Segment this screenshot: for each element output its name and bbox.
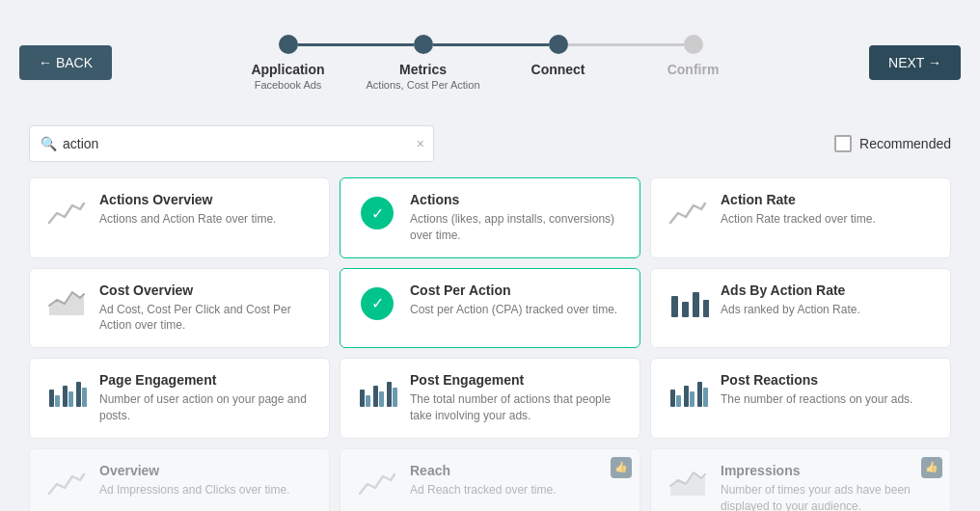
metric-icon-cost-overview [45,282,88,325]
svg-rect-10 [82,388,87,407]
metric-icon-page-engagement [45,372,88,415]
step-line-2 [433,43,549,46]
line-chart-icon [45,192,88,234]
svg-rect-6 [55,395,60,407]
metric-title-page-engagement: Page Engagement [99,372,313,388]
metric-icon-post-reactions [667,372,709,415]
metric-card-action-rate[interactable]: Action Rate Action Rate tracked over tim… [650,177,951,258]
next-button[interactable]: NEXT → [869,45,961,80]
metric-title-actions: Actions [410,192,624,207]
svg-rect-14 [379,391,384,407]
metric-info-ads-by-action-rate: Ads By Action Rate Ads ranked by Action … [721,282,935,318]
metric-desc-cost-per-action: Cost per Action (CPA) tracked over time. [410,302,624,318]
top-navigation: ← BACK Application Facebook Ads Metrics … [0,0,980,125]
svg-rect-21 [697,382,702,407]
step-title-metrics: Metrics [399,62,447,77]
step-circle-confirm [684,35,703,54]
svg-rect-18 [676,395,681,407]
svg-rect-17 [670,390,675,407]
step-label-application: Application Facebook Ads [221,62,356,91]
step-subtitle-metrics: Actions, Cost Per Action [367,79,480,91]
svg-marker-0 [49,292,84,315]
svg-rect-12 [366,395,370,407]
metric-info-actions: Actions Actions (likes, app installs, co… [410,192,624,244]
metric-desc-actions: Actions (likes, app installs, conversion… [410,211,624,244]
metric-desc-page-engagement: Number of user action on your page and p… [99,391,313,424]
step-circle-metrics [414,35,433,54]
step-line-1 [298,43,414,46]
metric-title-ads-by-action-rate: Ads By Action Rate [721,282,935,298]
metric-card-actions[interactable]: ✓ Actions Actions (likes, app installs, … [340,177,640,258]
metric-title-actions-overview: Actions Overview [99,192,313,207]
metric-desc-impressions: Number of times your ads have been displ… [721,482,935,511]
metrics-grid: Actions Overview Actions and Action Rate… [0,177,980,511]
area-chart-icon [45,282,88,325]
step-title-confirm: Confirm [667,62,720,77]
step-label-connect: Connect [491,62,626,79]
metric-desc-action-rate: Action Rate tracked over time. [721,211,935,228]
metric-card-cost-per-action[interactable]: ✓ Cost Per Action Cost per Action (CPA) … [340,268,640,349]
metric-title-impressions: Impressions [721,463,935,478]
metric-title-cost-per-action: Cost Per Action [410,282,624,298]
bar-chart-grouped-icon [667,372,709,415]
metric-info-cost-overview: Cost Overview Ad Cost, Cost Per Click an… [99,282,313,335]
metric-card-impressions[interactable]: Impressions Number of times your ads hav… [650,448,951,511]
svg-rect-1 [671,296,678,317]
line-chart-icon [356,463,398,505]
metric-title-post-engagement: Post Engagement [410,372,624,388]
metric-card-reach[interactable]: Reach Ad Reach tracked over time. 👍 [340,448,640,511]
back-button[interactable]: ← BACK [19,45,112,80]
metric-card-post-reactions[interactable]: Post Reactions The number of reactions o… [650,358,951,439]
metric-card-overview[interactable]: Overview Ad Impressions and Clicks over … [29,448,330,511]
metric-info-post-engagement: Post Engagement The total number of acti… [410,372,624,424]
recommended-filter[interactable]: Recommended [834,135,951,152]
metric-icon-post-engagement [356,372,398,415]
svg-rect-3 [693,292,699,317]
recommended-label: Recommended [859,136,951,151]
metric-info-page-engagement: Page Engagement Number of user action on… [99,372,313,424]
metric-info-impressions: Impressions Number of times your ads hav… [721,463,935,511]
metric-desc-ads-by-action-rate: Ads ranked by Action Rate. [721,302,935,318]
metric-icon-actions: ✓ [356,192,398,234]
step-line-3 [568,43,684,46]
svg-rect-7 [63,386,68,407]
selected-check: ✓ [361,287,394,320]
bar-chart-grouped-icon [45,372,88,415]
svg-rect-2 [682,302,689,317]
metric-card-ads-by-action-rate[interactable]: Ads By Action Rate Ads ranked by Action … [650,268,951,349]
search-input[interactable] [29,125,434,162]
metric-card-cost-overview[interactable]: Cost Overview Ad Cost, Cost Per Click an… [29,268,330,349]
metric-card-page-engagement[interactable]: Page Engagement Number of user action on… [29,358,330,439]
step-title-application: Application [251,62,324,77]
metric-icon-overview [45,463,88,505]
search-wrapper: 🔍 × [29,125,434,162]
metric-icon-action-rate [667,192,709,234]
recommended-checkbox[interactable] [834,135,852,152]
metric-title-reach: Reach [410,463,624,478]
svg-rect-15 [387,382,392,407]
svg-rect-20 [690,391,694,407]
area-chart-icon [667,463,709,505]
line-chart-icon [667,192,709,234]
svg-rect-13 [373,386,378,407]
metric-icon-actions-overview [45,192,88,234]
metric-icon-ads-by-action-rate [667,282,709,325]
metric-info-reach: Reach Ad Reach tracked over time. [410,463,624,498]
recommended-badge: 👍 [921,457,942,478]
metric-card-actions-overview[interactable]: Actions Overview Actions and Action Rate… [29,177,330,258]
metric-desc-cost-overview: Ad Cost, Cost Per Click and Cost Per Act… [99,302,313,335]
metric-desc-post-reactions: The number of reactions on your ads. [721,391,935,408]
metric-icon-impressions [667,463,709,505]
metric-title-overview: Overview [99,463,313,478]
bar-chart-grouped-icon [356,372,398,415]
clear-icon[interactable]: × [417,136,424,151]
metric-icon-reach [356,463,398,505]
metric-title-action-rate: Action Rate [721,192,935,207]
step-circle-application [279,35,298,54]
metric-card-post-engagement[interactable]: Post Engagement The total number of acti… [340,358,640,439]
stepper: Application Facebook Ads Metrics Actions… [221,35,761,91]
step-subtitle-application: Facebook Ads [255,79,322,91]
metric-title-cost-overview: Cost Overview [99,282,313,298]
svg-rect-22 [703,388,708,407]
metric-title-post-reactions: Post Reactions [721,372,935,388]
